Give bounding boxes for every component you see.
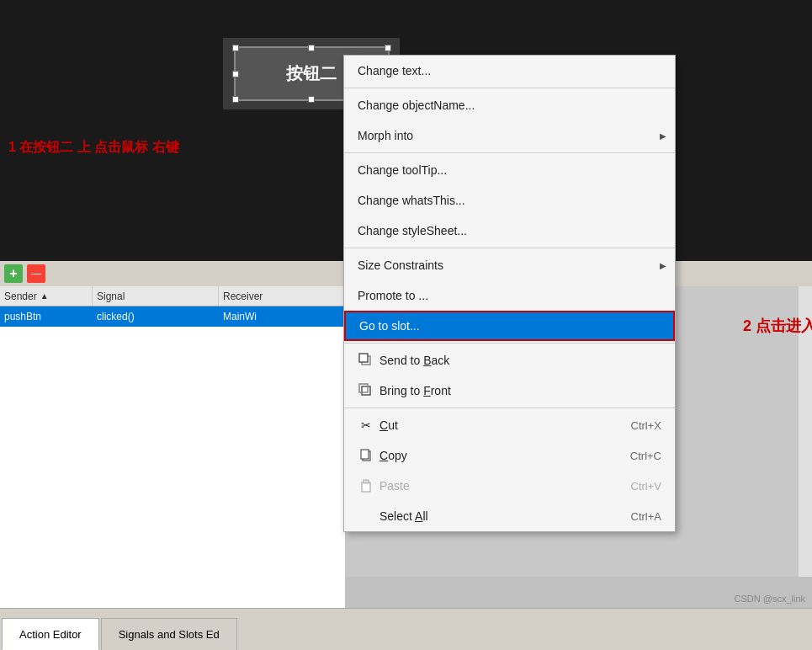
scissors-icon: ✂: [358, 417, 374, 434]
goto-annotation: 2 点击进入: [743, 316, 812, 336]
tab-signals-slots-label: Signals and Slots Ed: [119, 628, 220, 641]
column-header-receiver: Receiver: [219, 286, 345, 306]
bring-front-icon: [358, 382, 374, 399]
bottom-tabs: Action Editor Signals and Slots Ed: [0, 608, 812, 650]
menu-item-send-to-back[interactable]: Send to Back: [344, 345, 675, 376]
svg-rect-6: [362, 482, 370, 492]
change-text-label: Change text...: [358, 64, 431, 77]
menu-item-go-to-slot[interactable]: Go to slot... 2 点击进入: [344, 311, 675, 341]
menu-item-bring-to-front[interactable]: Bring to Front: [344, 376, 675, 406]
copy-shortcut: Ctrl+C: [630, 450, 661, 462]
cut-shortcut: Ctrl+X: [631, 419, 661, 432]
copy-label: Copy: [379, 449, 407, 462]
send-back-icon: [358, 352, 374, 369]
change-objectname-label: Change objectName...: [358, 99, 475, 112]
add-button[interactable]: +: [4, 264, 23, 283]
menu-item-paste[interactable]: Paste Ctrl+V: [344, 471, 675, 501]
instruction-text: 1 在按钮二 上 点击鼠标 右键: [8, 139, 179, 157]
menu-item-cut[interactable]: ✂ Cut Ctrl+X: [344, 410, 675, 440]
table-header: Sender ▲ Signal Receiver: [0, 286, 345, 306]
select-all-shortcut: Ctrl+A: [631, 510, 661, 523]
handle-bl: [232, 96, 239, 103]
table-area: Sender ▲ Signal Receiver pushBtn clicked…: [0, 286, 345, 610]
promote-to-label: Promote to ...: [358, 289, 428, 302]
menu-item-select-all[interactable]: Select All Ctrl+A: [344, 501, 675, 531]
canvas-button-text: 按钮二: [286, 62, 337, 85]
tab-signals-slots[interactable]: Signals and Slots Ed: [101, 618, 237, 650]
column-header-sender: Sender ▲: [0, 286, 93, 306]
cut-label: Cut: [379, 418, 398, 432]
svg-rect-1: [359, 354, 368, 362]
menu-item-change-whatsthis[interactable]: Change whatsThis...: [344, 185, 675, 216]
paste-label: Paste: [379, 479, 410, 493]
menu-item-change-stylesheet[interactable]: Change styleSheet...: [344, 216, 675, 246]
menu-item-change-tooltip[interactable]: Change toolTip...: [344, 155, 675, 185]
cell-receiver: MainWi: [219, 306, 345, 327]
size-constraints-label: Size Constraints: [358, 258, 443, 272]
separator-3: [344, 248, 675, 248]
menu-item-change-text[interactable]: Change text...: [344, 56, 675, 86]
copy-icon: [358, 447, 374, 464]
menu-item-change-objectname[interactable]: Change objectName...: [344, 90, 675, 120]
separator-4: [344, 343, 675, 344]
paste-icon: [358, 477, 374, 494]
go-to-slot-label: Go to slot...: [359, 319, 420, 333]
select-all-icon: [358, 508, 374, 525]
column-header-signal: Signal: [93, 286, 219, 306]
table-row[interactable]: pushBtn clicked() MainWi: [0, 306, 345, 327]
send-to-back-label: Send to Back: [379, 354, 449, 367]
handle-ml: [232, 71, 239, 77]
menu-item-promote-to[interactable]: Promote to ...: [344, 280, 675, 311]
context-menu: Change text... Change objectName... Morp…: [343, 55, 676, 532]
tab-action-editor[interactable]: Action Editor: [2, 618, 99, 650]
menu-item-copy[interactable]: Copy Ctrl+C: [344, 440, 675, 471]
morph-into-label: Morph into: [358, 129, 413, 142]
tab-action-editor-label: Action Editor: [19, 628, 82, 641]
handle-bc: [308, 96, 315, 103]
select-all-label: Select All: [379, 509, 428, 523]
separator-5: [344, 408, 675, 408]
change-whatsthis-label: Change whatsThis...: [358, 194, 465, 207]
separator-2: [344, 152, 675, 153]
paste-shortcut: Ctrl+V: [631, 480, 661, 493]
change-stylesheet-label: Change styleSheet...: [358, 224, 467, 237]
svg-rect-5: [361, 450, 369, 459]
cell-signal: clicked(): [93, 306, 219, 327]
separator-1: [344, 88, 675, 88]
bring-to-front-label: Bring to Front: [379, 384, 451, 397]
remove-button[interactable]: —: [27, 264, 45, 283]
watermark: CSDN @scx_link: [734, 594, 805, 604]
change-tooltip-label: Change toolTip...: [358, 163, 447, 177]
handle-tc: [308, 45, 315, 51]
handle-tr: [385, 45, 391, 51]
svg-rect-2: [362, 386, 370, 395]
cell-sender: pushBtn: [0, 306, 93, 327]
menu-item-size-constraints[interactable]: Size Constraints: [344, 250, 675, 280]
handle-tl: [232, 45, 239, 51]
menu-item-morph-into[interactable]: Morph into: [344, 120, 675, 151]
svg-rect-7: [364, 480, 369, 483]
